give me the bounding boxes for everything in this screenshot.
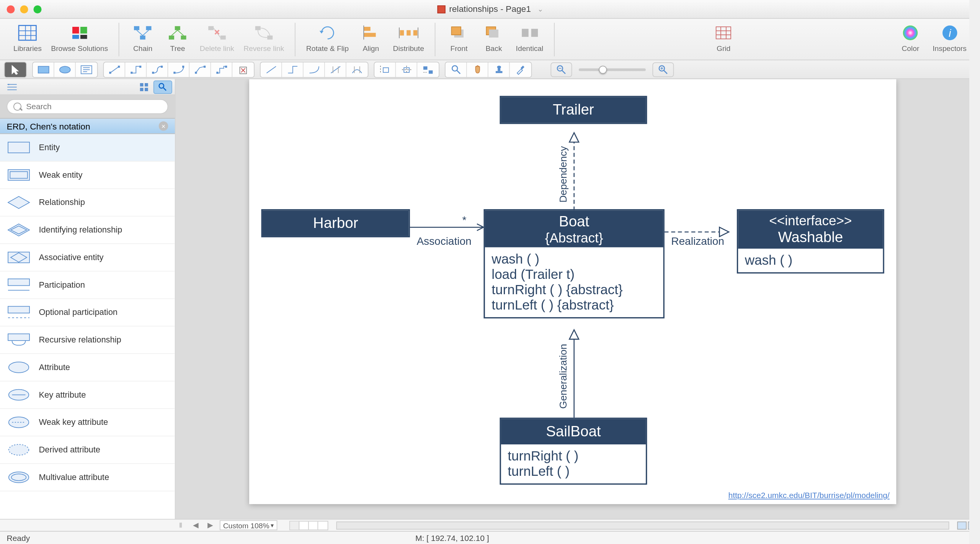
back-button[interactable]: Back xyxy=(479,21,509,54)
stamp-tool[interactable] xyxy=(488,62,510,77)
snap-1[interactable] xyxy=(374,62,396,77)
svg-point-78 xyxy=(452,66,457,71)
shape-item[interactable]: Weak key attribute xyxy=(0,409,175,436)
zoom-out-button[interactable] xyxy=(550,62,572,77)
page-tabs[interactable] xyxy=(289,521,328,530)
zoom-dropdown[interactable]: Custom 108%▾ xyxy=(220,520,278,530)
libraries-button[interactable]: Libraries xyxy=(11,21,44,54)
shape-item-label: Relationship xyxy=(39,198,85,207)
svg-rect-21 xyxy=(364,27,370,31)
connector-5[interactable] xyxy=(189,62,211,77)
shape-item[interactable]: Associative entity xyxy=(0,244,175,272)
sidebar-section-header[interactable]: ERD, Chen's notation × xyxy=(0,118,175,134)
svg-rect-59 xyxy=(216,71,218,73)
connector-3[interactable] xyxy=(147,62,168,77)
align-button[interactable]: Align xyxy=(356,21,386,54)
delete-tool[interactable] xyxy=(232,62,254,77)
shape-item[interactable]: Identifying relationship xyxy=(0,216,175,244)
browse-solutions-button[interactable]: Browse Solutions xyxy=(48,21,111,54)
pointer-tool[interactable] xyxy=(5,62,26,77)
identical-button[interactable]: Identical xyxy=(513,21,546,54)
shape-item[interactable]: Attribute xyxy=(0,354,175,382)
svg-rect-30 xyxy=(452,27,461,35)
zoom-in-button[interactable] xyxy=(652,62,674,77)
shape-item[interactable]: Key attribute xyxy=(0,382,175,409)
uml-class-harbor[interactable]: Harbor xyxy=(261,209,410,237)
line-2[interactable] xyxy=(282,62,304,77)
multiplicity-label: * xyxy=(462,215,466,226)
svg-rect-20 xyxy=(267,36,273,39)
shape-item[interactable]: Multivalue attribute xyxy=(0,464,175,492)
tree-button[interactable]: Tree xyxy=(162,21,193,54)
vertical-scrollbar[interactable] xyxy=(969,0,980,544)
status-ready: Ready xyxy=(7,533,30,542)
association-label: Association xyxy=(416,235,471,247)
snap-3[interactable] xyxy=(417,62,439,77)
status-bar: Ready M: [ 192.74, 102.10 ] xyxy=(0,531,980,544)
connector-2[interactable] xyxy=(125,62,147,77)
color-button[interactable]: Color xyxy=(895,21,926,54)
sidebar-search-view-icon[interactable] xyxy=(154,80,172,93)
zoom-tool[interactable] xyxy=(446,62,467,77)
diagram-canvas[interactable]: Trailer Harbor Boat {Abstract} wash ( )l… xyxy=(249,79,896,504)
svg-rect-105 xyxy=(8,279,29,285)
ellipse-tool[interactable] xyxy=(54,62,76,77)
line-3[interactable] xyxy=(304,62,325,77)
shape-item[interactable]: Optional participation xyxy=(0,299,175,326)
eyedropper-tool[interactable] xyxy=(510,62,531,77)
source-link[interactable]: http://sce2.umkc.edu/BIT/burrise/pl/mode… xyxy=(728,491,889,500)
reverse-link-button[interactable]: Reverse link xyxy=(241,21,287,54)
shape-item[interactable]: Participation xyxy=(0,272,175,299)
line-4[interactable] xyxy=(325,62,346,77)
shape-item[interactable]: Relationship xyxy=(0,189,175,216)
sidebar-toggle-icon[interactable] xyxy=(3,80,21,93)
shape-item[interactable]: Recursive relationship xyxy=(0,326,175,354)
uml-class-trailer[interactable]: Trailer xyxy=(500,96,647,124)
line-5[interactable] xyxy=(346,62,368,77)
pan-tool[interactable] xyxy=(467,62,488,77)
connector-4[interactable] xyxy=(168,62,189,77)
shape-item[interactable]: Derived attribute xyxy=(0,436,175,464)
close-section-icon[interactable]: × xyxy=(159,121,168,131)
zoom-slider-thumb[interactable] xyxy=(599,66,607,74)
uml-interface-washable[interactable]: <<interface>> Washable wash ( ) xyxy=(737,209,884,274)
sidebar-grid-view-icon[interactable] xyxy=(135,80,154,93)
snap-2[interactable] xyxy=(396,62,417,77)
inspectors-button[interactable]: iInspectors xyxy=(930,21,969,54)
svg-rect-102 xyxy=(8,170,29,180)
line-1[interactable] xyxy=(261,62,282,77)
uml-class-boat[interactable]: Boat {Abstract} wash ( )load (Trailer t)… xyxy=(483,209,664,318)
shape-thumb-icon xyxy=(7,414,31,430)
search-input[interactable] xyxy=(7,99,168,114)
chevron-down-icon[interactable]: ⌄ xyxy=(537,5,543,13)
svg-rect-34 xyxy=(531,29,537,37)
close-window-icon[interactable] xyxy=(7,5,15,13)
view-mode-1[interactable] xyxy=(957,521,967,529)
shape-item-label: Optional participation xyxy=(39,308,117,317)
shape-item[interactable]: Entity xyxy=(0,134,175,162)
delete-link-button[interactable]: Delete link xyxy=(197,21,237,54)
realization-label: Realization xyxy=(671,235,724,247)
connector-6[interactable] xyxy=(211,62,232,77)
horizontal-scrollbar[interactable] xyxy=(336,521,949,529)
svg-point-99 xyxy=(159,83,164,88)
text-tool[interactable] xyxy=(76,62,97,77)
uml-class-sailboat[interactable]: SailBoat turnRight ( )turnLeft ( ) xyxy=(500,418,647,485)
zoom-slider[interactable] xyxy=(579,68,646,71)
minimize-window-icon[interactable] xyxy=(20,5,28,13)
connector-1[interactable] xyxy=(104,62,125,77)
next-page-icon[interactable]: ▶ xyxy=(205,521,216,530)
front-button[interactable]: Front xyxy=(444,21,474,54)
rotate-flip-button[interactable]: Rotate & Flip xyxy=(304,21,351,54)
distribute-button[interactable]: Distribute xyxy=(390,21,427,54)
grid-button[interactable]: Grid xyxy=(708,21,739,54)
page-handle-icon[interactable]: ⦀ xyxy=(175,521,186,530)
svg-rect-76 xyxy=(429,70,433,74)
rect-tool[interactable] xyxy=(33,62,54,77)
shape-item-label: Participation xyxy=(39,280,85,289)
maximize-window-icon[interactable] xyxy=(33,5,41,13)
canvas-area[interactable]: Trailer Harbor Boat {Abstract} wash ( )l… xyxy=(175,79,980,519)
chain-button[interactable]: Chain xyxy=(127,21,158,54)
prev-page-icon[interactable]: ◀ xyxy=(190,521,201,530)
shape-item[interactable]: Weak entity xyxy=(0,162,175,189)
